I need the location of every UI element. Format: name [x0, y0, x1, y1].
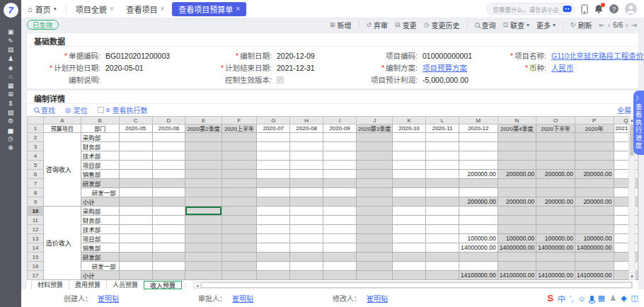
cell-I10[interactable] — [323, 207, 357, 216]
mobile-app-button[interactable] — [581, 4, 588, 14]
cell-H3[interactable] — [290, 142, 323, 151]
cell-D2[interactable] — [152, 133, 185, 142]
弃审-button[interactable]: ↺弃审 — [367, 20, 389, 30]
cell-G2[interactable] — [257, 133, 290, 142]
cell-I7[interactable] — [323, 179, 357, 188]
cell-D5[interactable] — [152, 161, 185, 170]
header-cell-G[interactable]: 2020-07 — [257, 124, 290, 133]
row-number-7[interactable]: 7 — [28, 179, 44, 188]
cell-L5[interactable] — [426, 161, 459, 170]
header-cell-F[interactable]: 2020上半年 — [222, 124, 257, 133]
cell-F14[interactable] — [222, 243, 257, 253]
cell-M9[interactable]: 200000.00 — [459, 197, 498, 207]
row-number-11[interactable]: 11 — [28, 216, 44, 225]
cell-L3[interactable] — [426, 142, 459, 151]
sheet-tab-人员预算[interactable]: 人员预算 — [106, 281, 144, 289]
cell-K18[interactable] — [393, 280, 426, 281]
cell-L9[interactable] — [426, 197, 459, 207]
footer-user-link[interactable]: 崔明韬 — [232, 293, 253, 303]
row-number-3[interactable]: 3 — [28, 142, 44, 151]
cell-K13[interactable] — [393, 234, 426, 243]
cell-G5[interactable] — [257, 161, 290, 170]
calendar-icon[interactable]: ▦ — [0, 81, 21, 91]
cell-E7[interactable] — [185, 179, 222, 188]
cell-C7[interactable] — [119, 179, 152, 188]
row-number-13[interactable]: 13 — [28, 234, 44, 243]
cell-M5[interactable] — [459, 161, 498, 170]
cell-C6[interactable] — [119, 170, 152, 179]
column-letter-E[interactable]: E — [185, 117, 222, 124]
skin-icon[interactable]: ◆ — [621, 294, 626, 303]
row-number-17[interactable]: 17 — [28, 271, 44, 280]
cell-M6[interactable]: 200000.00 — [459, 170, 498, 179]
dept-cell[interactable]: 研发一部 — [81, 188, 119, 197]
tab-3[interactable]: 查看项目预算单× — [172, 2, 246, 16]
column-letter-F[interactable]: F — [222, 117, 257, 124]
cell-C5[interactable] — [119, 161, 152, 170]
prev-page-icon[interactable]: ‹ — [608, 21, 610, 29]
mic-icon[interactable] — [590, 296, 594, 301]
settings-gear-icon[interactable]: ⚙ — [0, 117, 21, 126]
cell-K5[interactable] — [393, 161, 426, 170]
briefcase-icon[interactable]: ▣ — [0, 28, 21, 37]
cell-K6[interactable] — [393, 170, 426, 179]
header-cell-O[interactable]: 2020下半年 — [536, 124, 575, 133]
cell-M3[interactable] — [459, 142, 498, 151]
新增-button[interactable]: ⊞新增 — [330, 20, 352, 30]
cell-D9[interactable] — [152, 197, 185, 207]
cell-C4[interactable] — [119, 151, 152, 161]
cell-H2[interactable] — [290, 133, 323, 142]
cell-P18[interactable] — [575, 280, 614, 281]
cell-D7[interactable] — [152, 179, 185, 188]
cell-O17[interactable]: 14100000.00 — [536, 271, 575, 280]
dept-cell[interactable]: 采购部 — [81, 207, 119, 216]
cell-C15[interactable] — [119, 253, 152, 262]
cell-E15[interactable] — [185, 253, 222, 262]
cell-J2[interactable] — [357, 133, 393, 142]
cell-P15[interactable] — [575, 253, 614, 262]
row-number-8[interactable]: 8 — [28, 188, 44, 197]
cell-F15[interactable] — [222, 253, 257, 262]
cell-M12[interactable] — [459, 225, 498, 234]
cell-J8[interactable] — [357, 188, 393, 197]
cell-E5[interactable] — [185, 161, 222, 170]
cell-L16[interactable] — [426, 262, 459, 271]
dept-cell[interactable]: 采购部 — [81, 280, 119, 281]
cell-O16[interactable] — [536, 262, 575, 271]
cell-E14[interactable] — [185, 243, 222, 253]
footer-user-link[interactable]: 崔明韬 — [367, 293, 388, 303]
cell-C11[interactable] — [119, 216, 152, 225]
cell-J6[interactable] — [357, 170, 393, 179]
next-page-icon[interactable]: › — [626, 21, 628, 29]
cell-C14[interactable] — [119, 243, 152, 253]
cell-J7[interactable] — [357, 179, 393, 188]
corner-cell[interactable] — [28, 117, 44, 124]
cell-P7[interactable] — [575, 179, 614, 188]
cell-C9[interactable] — [119, 197, 152, 207]
header-cell-K[interactable]: 2020-10 — [393, 124, 426, 133]
cell-L6[interactable] — [426, 170, 459, 179]
变更历史-button[interactable]: ◷变更历史 — [424, 20, 460, 30]
cell-G8[interactable] — [257, 188, 290, 197]
cell-P8[interactable] — [575, 188, 614, 197]
cell-D16[interactable] — [152, 262, 185, 271]
horizontal-scrollbar[interactable]: ◂ — [193, 282, 633, 289]
row-number-6[interactable]: 6 — [28, 170, 44, 179]
footer-user-link[interactable]: 崔明韬 — [98, 293, 119, 303]
cell-M16[interactable] — [459, 262, 498, 271]
header-cell-B[interactable]: 部门 — [81, 124, 119, 133]
cell-K2[interactable] — [393, 133, 426, 142]
cell-G13[interactable] — [257, 234, 290, 243]
cell-M17[interactable]: 14100000.00 — [459, 271, 498, 280]
cell-L10[interactable] — [426, 207, 459, 216]
cell-L14[interactable] — [426, 243, 459, 253]
help-button[interactable]: ? — [609, 4, 619, 13]
cell-F18[interactable] — [222, 280, 257, 281]
cell-L12[interactable] — [426, 225, 459, 234]
cell-C13[interactable] — [119, 234, 152, 243]
cell-G7[interactable] — [257, 179, 290, 188]
cell-O12[interactable] — [536, 225, 575, 234]
cell-I14[interactable] — [323, 243, 357, 253]
cell-O18[interactable] — [536, 280, 575, 281]
cell-N4[interactable] — [498, 151, 536, 161]
